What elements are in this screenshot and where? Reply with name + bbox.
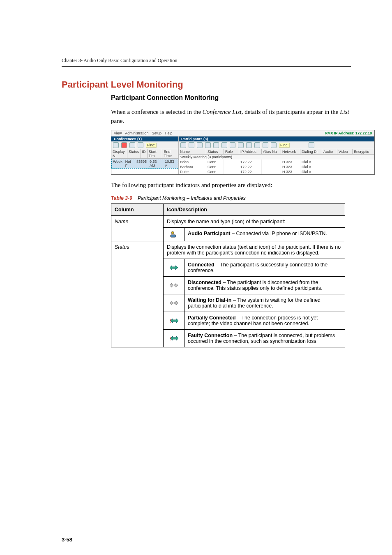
more-icon[interactable]: [271, 142, 277, 148]
table-row[interactable]: Brian Conn 172.22. H.323 Dial o: [179, 160, 374, 164]
delete-icon[interactable]: [121, 142, 127, 148]
app-screenshot: View Administration Setup Help RMX IP Ad…: [111, 130, 375, 175]
p-net: H.323: [281, 160, 300, 164]
link-icon[interactable]: [205, 142, 211, 148]
p-role: [224, 160, 239, 164]
menu-view[interactable]: View: [114, 131, 122, 135]
svg-rect-1: [171, 235, 176, 237]
connected-desc: Connected – The participant is successfu…: [184, 259, 345, 277]
divider: [62, 66, 351, 67]
p-ip: 172.22.: [239, 160, 262, 164]
group-header[interactable]: Weekly Meeting (3 participants): [179, 155, 374, 160]
conf-name: Week: [112, 159, 124, 168]
layout-icon[interactable]: [263, 142, 268, 148]
section-heading: Participant Level Monitoring: [62, 79, 351, 90]
conf-headers: Display N Status ID Start Tim End Time: [111, 149, 178, 159]
p-dial: Dial o: [300, 169, 322, 174]
find-label-right: Find:: [279, 143, 290, 148]
intro-text-e: pane.: [111, 118, 124, 124]
conf-start: 9:53 AM: [148, 159, 164, 168]
p-ip: 172.22.: [239, 164, 262, 169]
properties-table: Column Icon/Description Name Displays th…: [111, 204, 345, 347]
table-row[interactable]: Duke Conn 172.22. H.323 Dial o: [179, 169, 374, 174]
conf-id: 83595: [135, 159, 148, 168]
th-column: Column: [111, 204, 164, 216]
disconnected-icon: [164, 277, 184, 294]
table-row[interactable]: Barbara Conn 172.22. H.323 Dial o: [179, 164, 374, 169]
svg-text:!: !: [169, 336, 171, 341]
p-alias: [262, 169, 281, 174]
refresh-icon[interactable]: [230, 142, 235, 148]
tool-icon-2[interactable]: [138, 142, 143, 148]
faulty-desc: Faulty Connection – The participant is c…: [184, 330, 345, 347]
pcol-dial[interactable]: Dialing Di: [300, 149, 322, 154]
menu-administration[interactable]: Administration: [125, 131, 148, 135]
audio-participant-title: Audio Participant: [188, 231, 230, 236]
participants-title-text: Participants (3): [181, 137, 208, 141]
faulty-title: Faulty Connection: [188, 333, 233, 338]
mic-icon[interactable]: [246, 142, 252, 148]
connect-icon[interactable]: [197, 142, 203, 148]
col-status[interactable]: Status: [127, 149, 141, 158]
add-participant-icon[interactable]: [180, 142, 186, 148]
p-role: [224, 164, 239, 169]
col-end[interactable]: End Time: [162, 149, 178, 158]
cam-icon[interactable]: [238, 142, 244, 148]
menu-setup[interactable]: Setup: [152, 131, 161, 135]
partially-connected-icon: !: [164, 312, 184, 330]
p-status: Conn: [206, 169, 224, 174]
audio-participant-rest: – Connected via IP phone or ISDN/PSTN.: [230, 231, 327, 236]
p-alias: [262, 164, 281, 169]
colname-name: Name: [111, 216, 164, 241]
menubar: View Administration Setup Help RMX IP Ad…: [111, 130, 374, 136]
list-term: List: [340, 109, 349, 115]
conference-list-term: Conference List: [203, 109, 242, 115]
faulty-connection-icon: !: [164, 330, 184, 347]
pcol-net[interactable]: Network: [281, 149, 300, 154]
partial-desc: Partially Connected – The connection pro…: [184, 312, 345, 330]
new-icon[interactable]: [113, 142, 119, 148]
col-display[interactable]: Display N: [111, 149, 127, 158]
pcol-video[interactable]: Video: [337, 149, 353, 154]
connected-title: Connected: [188, 262, 214, 268]
svg-text:!: !: [169, 318, 171, 324]
pcol-ip[interactable]: IP Addres: [239, 149, 262, 154]
audio-participant-icon: [164, 228, 184, 241]
colname-status: Status: [111, 241, 164, 347]
p-status: Conn: [206, 160, 224, 164]
status-desc: Displays the connection status (text and…: [164, 241, 345, 259]
intro-paragraph: When a conference is selected in the Con…: [111, 108, 351, 126]
search-icon[interactable]: [309, 142, 314, 148]
mute-icon[interactable]: [221, 142, 227, 148]
p-net: H.323: [281, 169, 300, 174]
connected-icon: [164, 259, 184, 277]
p-dial: Dial o: [300, 164, 322, 169]
pcol-alias[interactable]: Alias Na: [262, 149, 281, 154]
th-icondesc: Icon/Description: [164, 204, 345, 216]
p-status: Conn: [206, 164, 224, 169]
part-headers: Name Status Role IP Addres Alias Na Netw…: [179, 149, 374, 155]
col-start[interactable]: Start Tim: [148, 149, 163, 158]
conf-status: Not F: [124, 159, 135, 168]
edit-icon[interactable]: [189, 142, 194, 148]
intro-text-c: , details of its participants appear in …: [242, 109, 340, 115]
intro-text-a: When a conference is selected in the: [111, 109, 203, 115]
selected-conference-row[interactable]: Week Not F 83595 9:53 AM 10:53 A: [111, 159, 178, 169]
tool-icon[interactable]: [129, 142, 135, 148]
pcol-audio[interactable]: Audio: [322, 149, 337, 154]
after-screenshot-text: The following participant indicators and…: [111, 181, 351, 190]
speaker-icon[interactable]: [254, 142, 260, 148]
rmx-ip: RMX IP Address: 172.22.18: [325, 131, 372, 135]
p-name: Duke: [179, 169, 206, 174]
pcol-name[interactable]: Name: [179, 149, 206, 154]
cut-icon[interactable]: [213, 142, 219, 148]
conf-end: 10:53 A: [164, 159, 178, 168]
menu-help[interactable]: Help: [165, 131, 173, 135]
pcol-status[interactable]: Status: [206, 149, 224, 154]
waiting-desc: Waiting for Dial-in – The system is wait…: [184, 294, 345, 312]
pcol-role[interactable]: Role: [224, 149, 239, 154]
col-id[interactable]: ID: [141, 149, 148, 158]
p-ip: 172.22.: [239, 169, 262, 174]
audio-participant-desc: Audio Participant – Connected via IP pho…: [184, 228, 345, 241]
pcol-enc[interactable]: Encryptio: [353, 149, 374, 154]
